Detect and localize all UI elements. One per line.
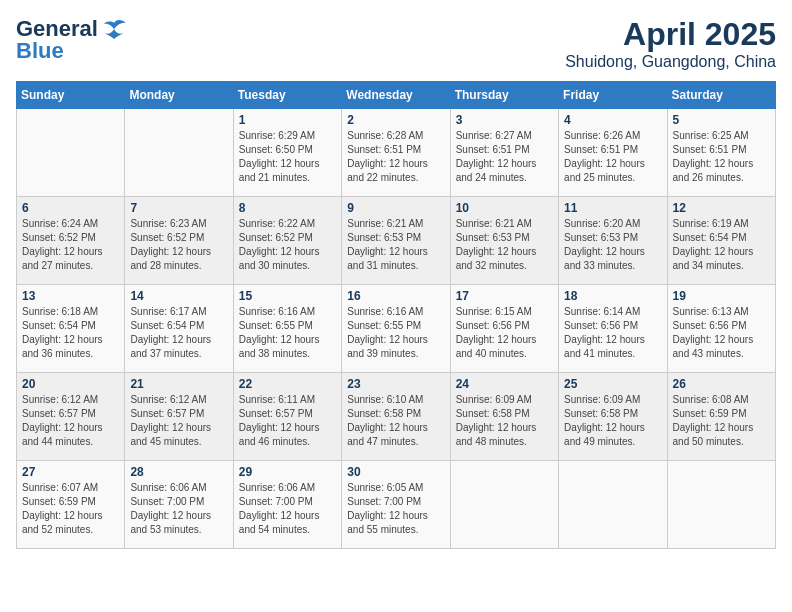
day-number: 24 — [456, 377, 553, 391]
day-detail: Sunrise: 6:26 AMSunset: 6:51 PMDaylight:… — [564, 129, 661, 185]
header-wednesday: Wednesday — [342, 82, 450, 109]
header-saturday: Saturday — [667, 82, 775, 109]
day-detail: Sunrise: 6:21 AMSunset: 6:53 PMDaylight:… — [347, 217, 444, 273]
logo-blue: Blue — [16, 38, 64, 64]
day-number: 6 — [22, 201, 119, 215]
calendar-cell: 24Sunrise: 6:09 AMSunset: 6:58 PMDayligh… — [450, 373, 558, 461]
day-number: 23 — [347, 377, 444, 391]
day-number: 20 — [22, 377, 119, 391]
calendar-cell: 4Sunrise: 6:26 AMSunset: 6:51 PMDaylight… — [559, 109, 667, 197]
title-block: April 2025 Shuidong, Guangdong, China — [565, 16, 776, 71]
day-detail: Sunrise: 6:06 AMSunset: 7:00 PMDaylight:… — [239, 481, 336, 537]
day-detail: Sunrise: 6:27 AMSunset: 6:51 PMDaylight:… — [456, 129, 553, 185]
day-number: 9 — [347, 201, 444, 215]
day-detail: Sunrise: 6:24 AMSunset: 6:52 PMDaylight:… — [22, 217, 119, 273]
day-detail: Sunrise: 6:16 AMSunset: 6:55 PMDaylight:… — [347, 305, 444, 361]
day-detail: Sunrise: 6:06 AMSunset: 7:00 PMDaylight:… — [130, 481, 227, 537]
day-number: 25 — [564, 377, 661, 391]
header-thursday: Thursday — [450, 82, 558, 109]
day-number: 11 — [564, 201, 661, 215]
location-title: Shuidong, Guangdong, China — [565, 53, 776, 71]
day-detail: Sunrise: 6:09 AMSunset: 6:58 PMDaylight:… — [564, 393, 661, 449]
day-detail: Sunrise: 6:08 AMSunset: 6:59 PMDaylight:… — [673, 393, 770, 449]
day-detail: Sunrise: 6:20 AMSunset: 6:53 PMDaylight:… — [564, 217, 661, 273]
calendar-cell: 5Sunrise: 6:25 AMSunset: 6:51 PMDaylight… — [667, 109, 775, 197]
month-title: April 2025 — [565, 16, 776, 53]
calendar-cell: 14Sunrise: 6:17 AMSunset: 6:54 PMDayligh… — [125, 285, 233, 373]
day-detail: Sunrise: 6:23 AMSunset: 6:52 PMDaylight:… — [130, 217, 227, 273]
day-detail: Sunrise: 6:12 AMSunset: 6:57 PMDaylight:… — [22, 393, 119, 449]
day-number: 21 — [130, 377, 227, 391]
day-number: 17 — [456, 289, 553, 303]
day-number: 13 — [22, 289, 119, 303]
day-detail: Sunrise: 6:22 AMSunset: 6:52 PMDaylight:… — [239, 217, 336, 273]
day-number: 3 — [456, 113, 553, 127]
calendar-cell: 29Sunrise: 6:06 AMSunset: 7:00 PMDayligh… — [233, 461, 341, 549]
logo: General Blue — [16, 16, 128, 64]
calendar-cell: 25Sunrise: 6:09 AMSunset: 6:58 PMDayligh… — [559, 373, 667, 461]
calendar-cell — [450, 461, 558, 549]
day-detail: Sunrise: 6:21 AMSunset: 6:53 PMDaylight:… — [456, 217, 553, 273]
day-number: 27 — [22, 465, 119, 479]
day-number: 8 — [239, 201, 336, 215]
calendar-cell: 2Sunrise: 6:28 AMSunset: 6:51 PMDaylight… — [342, 109, 450, 197]
day-detail: Sunrise: 6:17 AMSunset: 6:54 PMDaylight:… — [130, 305, 227, 361]
header-tuesday: Tuesday — [233, 82, 341, 109]
calendar-cell: 28Sunrise: 6:06 AMSunset: 7:00 PMDayligh… — [125, 461, 233, 549]
day-number: 7 — [130, 201, 227, 215]
calendar-header: Sunday Monday Tuesday Wednesday Thursday… — [17, 82, 776, 109]
calendar-cell: 11Sunrise: 6:20 AMSunset: 6:53 PMDayligh… — [559, 197, 667, 285]
calendar-cell: 12Sunrise: 6:19 AMSunset: 6:54 PMDayligh… — [667, 197, 775, 285]
calendar-cell: 9Sunrise: 6:21 AMSunset: 6:53 PMDaylight… — [342, 197, 450, 285]
calendar-cell: 8Sunrise: 6:22 AMSunset: 6:52 PMDaylight… — [233, 197, 341, 285]
day-number: 1 — [239, 113, 336, 127]
header-sunday: Sunday — [17, 82, 125, 109]
calendar-cell: 26Sunrise: 6:08 AMSunset: 6:59 PMDayligh… — [667, 373, 775, 461]
calendar-cell — [17, 109, 125, 197]
calendar-cell: 15Sunrise: 6:16 AMSunset: 6:55 PMDayligh… — [233, 285, 341, 373]
day-number: 29 — [239, 465, 336, 479]
day-number: 22 — [239, 377, 336, 391]
calendar-week-3: 13Sunrise: 6:18 AMSunset: 6:54 PMDayligh… — [17, 285, 776, 373]
day-detail: Sunrise: 6:25 AMSunset: 6:51 PMDaylight:… — [673, 129, 770, 185]
day-detail: Sunrise: 6:13 AMSunset: 6:56 PMDaylight:… — [673, 305, 770, 361]
calendar-cell: 6Sunrise: 6:24 AMSunset: 6:52 PMDaylight… — [17, 197, 125, 285]
calendar-cell: 16Sunrise: 6:16 AMSunset: 6:55 PMDayligh… — [342, 285, 450, 373]
calendar-cell: 30Sunrise: 6:05 AMSunset: 7:00 PMDayligh… — [342, 461, 450, 549]
calendar-cell: 20Sunrise: 6:12 AMSunset: 6:57 PMDayligh… — [17, 373, 125, 461]
calendar-cell: 3Sunrise: 6:27 AMSunset: 6:51 PMDaylight… — [450, 109, 558, 197]
calendar-cell: 23Sunrise: 6:10 AMSunset: 6:58 PMDayligh… — [342, 373, 450, 461]
day-detail: Sunrise: 6:07 AMSunset: 6:59 PMDaylight:… — [22, 481, 119, 537]
header-friday: Friday — [559, 82, 667, 109]
calendar-cell: 7Sunrise: 6:23 AMSunset: 6:52 PMDaylight… — [125, 197, 233, 285]
day-number: 12 — [673, 201, 770, 215]
calendar-cell — [667, 461, 775, 549]
day-detail: Sunrise: 6:19 AMSunset: 6:54 PMDaylight:… — [673, 217, 770, 273]
calendar-table: Sunday Monday Tuesday Wednesday Thursday… — [16, 81, 776, 549]
day-detail: Sunrise: 6:18 AMSunset: 6:54 PMDaylight:… — [22, 305, 119, 361]
calendar-cell: 19Sunrise: 6:13 AMSunset: 6:56 PMDayligh… — [667, 285, 775, 373]
page-header: General Blue April 2025 Shuidong, Guangd… — [16, 16, 776, 71]
day-number: 28 — [130, 465, 227, 479]
day-detail: Sunrise: 6:29 AMSunset: 6:50 PMDaylight:… — [239, 129, 336, 185]
calendar-cell: 10Sunrise: 6:21 AMSunset: 6:53 PMDayligh… — [450, 197, 558, 285]
weekday-row: Sunday Monday Tuesday Wednesday Thursday… — [17, 82, 776, 109]
day-number: 16 — [347, 289, 444, 303]
day-number: 26 — [673, 377, 770, 391]
day-number: 30 — [347, 465, 444, 479]
day-detail: Sunrise: 6:15 AMSunset: 6:56 PMDaylight:… — [456, 305, 553, 361]
calendar-cell: 18Sunrise: 6:14 AMSunset: 6:56 PMDayligh… — [559, 285, 667, 373]
logo-bird-icon — [100, 19, 128, 39]
day-detail: Sunrise: 6:10 AMSunset: 6:58 PMDaylight:… — [347, 393, 444, 449]
calendar-week-1: 1Sunrise: 6:29 AMSunset: 6:50 PMDaylight… — [17, 109, 776, 197]
day-detail: Sunrise: 6:05 AMSunset: 7:00 PMDaylight:… — [347, 481, 444, 537]
calendar-cell — [559, 461, 667, 549]
calendar-week-4: 20Sunrise: 6:12 AMSunset: 6:57 PMDayligh… — [17, 373, 776, 461]
calendar-week-5: 27Sunrise: 6:07 AMSunset: 6:59 PMDayligh… — [17, 461, 776, 549]
calendar-cell: 13Sunrise: 6:18 AMSunset: 6:54 PMDayligh… — [17, 285, 125, 373]
day-detail: Sunrise: 6:12 AMSunset: 6:57 PMDaylight:… — [130, 393, 227, 449]
day-detail: Sunrise: 6:28 AMSunset: 6:51 PMDaylight:… — [347, 129, 444, 185]
calendar-week-2: 6Sunrise: 6:24 AMSunset: 6:52 PMDaylight… — [17, 197, 776, 285]
header-monday: Monday — [125, 82, 233, 109]
calendar-cell: 17Sunrise: 6:15 AMSunset: 6:56 PMDayligh… — [450, 285, 558, 373]
